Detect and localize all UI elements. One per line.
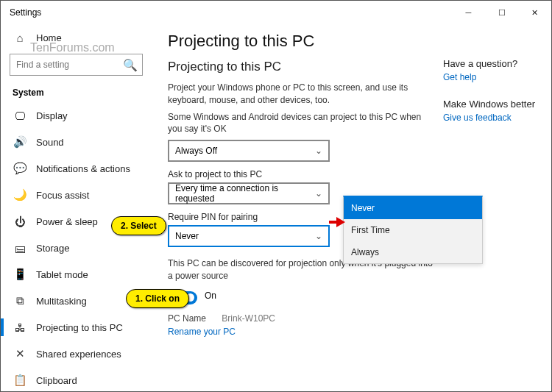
window-title: Settings — [10, 7, 41, 18]
watermark: TenForums.com — [30, 41, 115, 54]
ask-label: Ask to project to this PC — [168, 169, 537, 179]
pin-dropdown-list[interactable]: NeverFirst TimeAlways — [343, 196, 483, 264]
pcname-value: Brink-W10PC — [222, 313, 275, 324]
sidebar-item-sound[interactable]: 🔊Sound — [1, 129, 152, 155]
page-title: Projecting to this PC — [168, 32, 537, 51]
maximize-button[interactable]: ☐ — [485, 1, 518, 24]
clipboard-icon: 📋 — [14, 374, 26, 386]
annotation-1: 1. Click on — [126, 289, 189, 308]
display-icon: 🖵 — [14, 110, 26, 121]
description-1: Project your Windows phone or PC to this… — [168, 82, 433, 107]
power-sleep-icon: ⏻ — [14, 215, 26, 227]
sidebar-item-label: Multitasking — [36, 296, 87, 307]
settings-window: Settings ─ ☐ ✕ ⌂ Home 🔍 System 🖵Display🔊… — [0, 0, 552, 392]
sidebar-item-projecting-to-this-pc[interactable]: 🖧Projecting to this PC — [1, 314, 152, 341]
sidebar-item-label: Focus assist — [36, 190, 89, 201]
project-permission-combo[interactable]: Always Off ⌄ — [168, 140, 330, 162]
combo-value: Never — [175, 231, 199, 241]
minimize-button[interactable]: ─ — [452, 1, 485, 24]
sidebar-item-storage[interactable]: 🖴Storage — [1, 235, 152, 261]
tablet-mode-icon: 📱 — [14, 268, 26, 280]
sidebar-item-label: Shared experiences — [36, 349, 121, 360]
storage-icon: 🖴 — [14, 242, 26, 254]
focus-assist-icon: 🌙 — [14, 189, 26, 201]
dropdown-option-always[interactable]: Always — [344, 241, 482, 263]
sidebar-item-display[interactable]: 🖵Display — [1, 102, 152, 129]
sidebar-item-label: Storage — [36, 243, 70, 254]
require-pin-combo[interactable]: Never ⌄ — [168, 225, 330, 247]
question-heading: Have a question? — [443, 58, 535, 69]
sidebar-item-shared-experiences[interactable]: ✕Shared experiences — [1, 341, 152, 367]
notifications-actions-icon: 💬 — [14, 163, 26, 174]
sidebar-item-notifications-actions[interactable]: 💬Notifications & actions — [1, 155, 152, 182]
sound-icon: 🔊 — [14, 136, 26, 148]
sidebar-item-label: Display — [36, 110, 68, 121]
annotation-2: 2. Select — [111, 216, 166, 235]
description-2: Some Windows and Android devices can pro… — [168, 111, 433, 136]
close-button[interactable]: ✕ — [518, 1, 551, 24]
dropdown-option-never[interactable]: Never — [344, 197, 482, 219]
multitasking-icon: ⧉ — [14, 295, 26, 307]
sidebar-item-label: Projecting to this PC — [36, 322, 123, 333]
sidebar-item-clipboard[interactable]: 📋Clipboard — [1, 367, 152, 392]
shared-experiences-icon: ✕ — [14, 348, 26, 360]
titlebar: Settings ─ ☐ ✕ — [1, 1, 551, 24]
search-box[interactable]: 🔍 — [10, 54, 143, 76]
pcname-label: PC Name — [168, 313, 206, 324]
home-icon: ⌂ — [14, 32, 26, 43]
chevron-down-icon: ⌄ — [315, 146, 322, 156]
sidebar-section-label: System — [1, 82, 152, 102]
ask-to-project-combo[interactable]: Every time a connection is requested ⌄ — [168, 182, 330, 204]
get-help-link[interactable]: Get help — [443, 72, 535, 82]
sidebar-item-label: Sound — [36, 137, 64, 148]
sidebar-nav[interactable]: 🖵Display🔊Sound💬Notifications & actions🌙F… — [1, 102, 152, 392]
window-buttons: ─ ☐ ✕ — [452, 1, 551, 24]
sidebar-item-label: Power & sleep — [36, 216, 98, 227]
combo-value: Always Off — [175, 146, 217, 156]
sidebar-item-focus-assist[interactable]: 🌙Focus assist — [1, 182, 152, 208]
annotation-arrow-icon — [329, 217, 347, 227]
sidebar-item-label: Clipboard — [36, 375, 77, 386]
search-icon: 🔍 — [123, 58, 138, 72]
help-column: Have a question? Get help Make Windows b… — [443, 58, 535, 139]
feedback-link[interactable]: Give us feedback — [443, 113, 535, 123]
rename-pc-link[interactable]: Rename your PC — [168, 327, 537, 337]
search-input[interactable] — [15, 59, 118, 71]
sidebar-item-tablet-mode[interactable]: 📱Tablet mode — [1, 261, 152, 288]
chevron-down-icon: ⌄ — [315, 188, 322, 199]
projecting-to-this-pc-icon: 🖧 — [14, 321, 26, 333]
sidebar-item-label: Tablet mode — [36, 269, 88, 280]
chevron-down-icon: ⌄ — [315, 231, 322, 241]
sidebar-item-label: Notifications & actions — [36, 163, 130, 174]
toggle-label: On — [205, 291, 216, 301]
feedback-heading: Make Windows better — [443, 99, 535, 110]
combo-value: Every time a connection is requested — [175, 183, 315, 204]
sidebar: ⌂ Home 🔍 System 🖵Display🔊Sound💬Notificat… — [1, 24, 152, 392]
dropdown-option-first-time[interactable]: First Time — [344, 219, 482, 241]
pc-name-row: PC Name Brink-W10PC — [168, 313, 537, 324]
